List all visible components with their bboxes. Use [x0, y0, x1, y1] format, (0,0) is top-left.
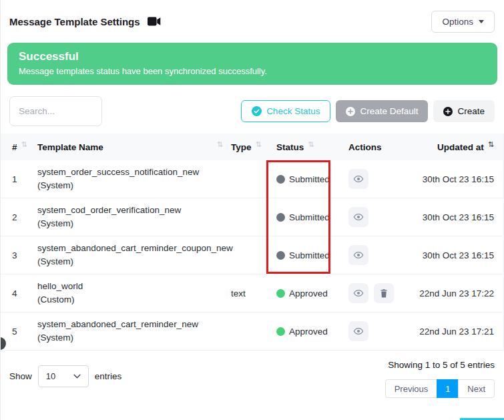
updated-at: 22nd Jun 23 17:21: [419, 327, 494, 337]
view-icon: [353, 288, 364, 298]
page-size-select[interactable]: 10: [38, 365, 89, 387]
status-label: Submitted: [289, 212, 330, 222]
actions-cell: [348, 321, 419, 341]
status-dot: [276, 289, 285, 298]
actions-cell: [348, 169, 419, 189]
delete-button[interactable]: [374, 283, 394, 303]
status-dot: [276, 251, 285, 260]
toolbar-buttons: Check Status Create Default Create: [241, 100, 495, 122]
status-dot: [276, 213, 285, 222]
template-name-cell: hello_world (Custom): [37, 280, 231, 306]
table-body: 1 system_order_success_notification_new …: [1, 160, 503, 351]
video-camera-icon[interactable]: [148, 17, 161, 26]
show-label: Show: [9, 371, 32, 381]
create-button[interactable]: Create: [433, 100, 495, 122]
create-default-button[interactable]: Create Default: [336, 100, 428, 122]
page-1-button[interactable]: 1: [437, 379, 459, 398]
actions-cell: [348, 207, 419, 227]
template-kind: (Custom): [37, 293, 231, 306]
status-cell: Submitted: [276, 250, 348, 260]
column-header-actions: Actions: [348, 142, 419, 152]
status-dot: [276, 175, 285, 184]
chevron-down-icon: [479, 20, 484, 23]
templates-table: # ⇅ Template Name ⇅ Type ⇅ Status ⇅ Acti…: [1, 134, 504, 351]
sort-icon: ⇅: [256, 140, 262, 149]
template-name-cell: system_abandoned_cart_reminder_coupon_ne…: [37, 242, 231, 268]
template-kind: (System): [37, 179, 231, 192]
pagination: Previous 1 Next: [385, 379, 495, 398]
view-button[interactable]: [348, 245, 368, 265]
toolbar: Check Status Create Default Create: [9, 96, 495, 126]
updated-at: 30th Oct 23 16:15: [419, 212, 494, 222]
template-name-cell: system_abandoned_cart_reminder_new (Syst…: [37, 318, 231, 345]
table-row: 3 system_abandoned_cart_reminder_coupon_…: [1, 236, 503, 274]
alert-message: Message templates status have been synch…: [19, 66, 486, 76]
column-header-updated-at[interactable]: Updated at ⇅: [419, 142, 494, 152]
column-header-number[interactable]: # ⇅: [12, 142, 37, 152]
plus-circle-icon: [346, 107, 355, 116]
table-header-row: # ⇅ Template Name ⇅ Type ⇅ Status ⇅ Acti…: [1, 134, 503, 160]
status-label: Approved: [289, 327, 328, 337]
create-default-label: Create Default: [360, 106, 418, 116]
view-icon: [353, 174, 364, 184]
view-button[interactable]: [348, 321, 368, 341]
status-cell: Submitted: [276, 212, 348, 222]
table-row: 1 system_order_success_notification_new …: [1, 160, 503, 198]
next-page-button[interactable]: Next: [458, 379, 495, 398]
row-number: 4: [12, 288, 37, 298]
template-name: hello_world: [37, 280, 231, 293]
topbar: Message Template Settings Options: [1, 0, 504, 33]
template-name: system_abandoned_cart_reminder_new: [37, 318, 231, 331]
delete-icon: [379, 288, 389, 298]
status-cell: Approved: [276, 288, 348, 298]
view-button[interactable]: [348, 169, 368, 189]
column-header-type[interactable]: Type ⇅: [231, 142, 276, 152]
row-number: 2: [12, 212, 37, 222]
sort-icon: ⇅: [21, 140, 27, 149]
template-name-cell: system_cod_order_verification_new (Syste…: [37, 204, 231, 230]
page-size-group: Show 10 entries: [9, 365, 121, 387]
actions-cell: [348, 245, 419, 265]
actions-cell: [348, 283, 419, 303]
showing-entries-text: Showing 1 to 5 of 5 entries: [388, 360, 495, 370]
view-icon: [353, 212, 364, 222]
status-label: Submitted: [289, 250, 330, 260]
template-kind: (System): [37, 331, 231, 345]
view-icon: [353, 327, 364, 336]
template-kind: (System): [37, 217, 231, 230]
entries-label: entries: [95, 371, 122, 381]
table-row: 4 hello_world (Custom) text Approved 22n…: [1, 274, 503, 312]
check-status-label: Check Status: [266, 106, 320, 116]
check-circle-icon: [252, 106, 262, 116]
template-name-cell: system_order_success_notification_new (S…: [37, 166, 231, 192]
success-alert: Successful Message templates status have…: [7, 43, 497, 85]
status-label: Approved: [289, 288, 328, 298]
view-icon: [353, 250, 364, 260]
column-header-status[interactable]: Status ⇅: [276, 142, 348, 152]
check-status-button[interactable]: Check Status: [241, 100, 330, 122]
page-title: Message Template Settings: [9, 16, 140, 27]
status-label: Submitted: [289, 174, 330, 184]
sort-icon: ⇅: [217, 140, 223, 149]
options-button-label: Options: [442, 17, 473, 27]
alert-title: Successful: [19, 50, 486, 63]
view-button[interactable]: [348, 207, 368, 227]
search-input[interactable]: [9, 96, 102, 126]
plus-circle-icon: [443, 107, 453, 116]
status-dot: [276, 327, 285, 336]
template-kind: (System): [37, 255, 231, 268]
status-cell: Submitted: [276, 174, 348, 184]
options-button[interactable]: Options: [431, 11, 495, 33]
column-header-template-name[interactable]: Template Name ⇅: [37, 142, 231, 152]
create-label: Create: [457, 106, 485, 116]
view-button[interactable]: [348, 283, 368, 303]
updated-at: 30th Oct 23 16:15: [419, 250, 494, 260]
row-number: 5: [12, 327, 37, 337]
template-type: text: [231, 288, 276, 298]
chevron-down-icon: [73, 374, 81, 379]
previous-page-button[interactable]: Previous: [385, 379, 438, 398]
row-number: 1: [12, 174, 37, 184]
template-name: system_cod_order_verification_new: [37, 204, 231, 217]
sort-icon-active: ⇅: [488, 140, 494, 149]
row-number: 3: [12, 250, 37, 260]
